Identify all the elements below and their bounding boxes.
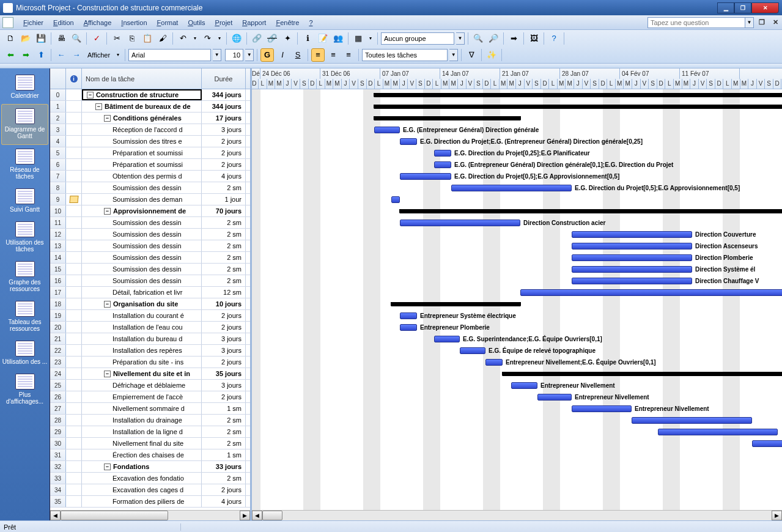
gantt-summary-bar[interactable] [374, 93, 782, 97]
align-center-button[interactable]: ≡ [326, 48, 340, 62]
link-tasks-icon[interactable]: 🔗 [250, 32, 264, 45]
task-name-cell[interactable]: Soumission des dessin [82, 264, 202, 275]
row-number[interactable]: 8 [50, 182, 66, 193]
task-duration-cell[interactable]: 2 sm [202, 182, 246, 193]
row-number[interactable]: 20 [50, 322, 66, 333]
row-number[interactable]: 34 [50, 484, 66, 495]
gantt-task-bar[interactable]: E.G. Direction du Projet[0,5];E.G Approv… [451, 185, 572, 191]
row-number[interactable]: 28 [50, 415, 66, 426]
restore-window-icon[interactable]: ❐ [758, 18, 766, 27]
task-name-cell[interactable]: Érection des chaises de [82, 449, 202, 460]
collapse-icon[interactable]: − [104, 115, 111, 122]
gantt-chart-area[interactable]: E.G. (Entrepreneur Général) Direction gé… [252, 89, 782, 510]
task-name-cell[interactable]: Défrichage et déblaieme [82, 380, 202, 391]
task-duration-cell[interactable]: 2 sm [202, 426, 246, 437]
menu-edition[interactable]: Edition [48, 17, 79, 28]
task-name-cell[interactable]: −Organisation du site [82, 298, 202, 309]
row-number[interactable]: 17 [50, 287, 66, 298]
link-icon[interactable]: 🌐 [230, 32, 243, 45]
print-preview-icon[interactable]: 🔍 [70, 32, 83, 45]
gantt-task-bar[interactable]: Direction Construction acier [400, 220, 520, 226]
cut-icon[interactable]: ✂ [110, 32, 124, 45]
task-name-cell[interactable]: Réception de l'accord d [82, 124, 202, 135]
task-row[interactable]: 4Soumission des titres e2 jours [50, 136, 250, 147]
save-icon[interactable]: 💾 [34, 32, 48, 45]
row-number[interactable]: 5 [50, 147, 66, 158]
task-duration-cell[interactable]: 12 sm [202, 287, 246, 298]
gantt-task-bar[interactable]: Entrepreneur Nivellement;E.G. Équipe Ouv… [485, 359, 503, 366]
task-name-cell[interactable]: Installation des repères [82, 345, 202, 356]
task-name-cell[interactable]: Soumission des dessin [82, 252, 202, 263]
copy-icon[interactable]: ⎘ [125, 32, 139, 45]
outdent-icon[interactable]: ← [54, 48, 68, 62]
task-name-cell[interactable]: Soumission des dessin [82, 240, 202, 251]
task-duration-cell[interactable]: 2 sm [202, 264, 246, 275]
close-button[interactable]: ✕ [751, 2, 779, 13]
help-search-dropdown[interactable]: ▼ [745, 17, 754, 28]
print-icon[interactable]: 🖶 [54, 32, 68, 45]
task-duration-cell[interactable]: 2 jours [202, 159, 246, 170]
task-name-cell[interactable]: −Construction de structure [82, 89, 202, 100]
italic-button[interactable]: I [276, 48, 289, 62]
task-duration-cell[interactable]: 344 jours [202, 101, 246, 112]
task-row[interactable]: 25Défrichage et déblaieme3 jours [50, 380, 250, 391]
task-duration-cell[interactable]: 70 jours [202, 205, 246, 216]
task-duration-cell[interactable]: 1 jour [202, 194, 246, 205]
row-number[interactable]: 23 [50, 357, 66, 368]
row-number[interactable]: 18 [50, 298, 66, 309]
task-row[interactable]: 8Soumission des dessin2 sm [50, 182, 250, 194]
task-duration-cell[interactable]: 4 jours [202, 496, 246, 507]
task-duration-cell[interactable]: 2 sm [202, 473, 246, 484]
format-painter-icon[interactable]: 🖌 [156, 32, 169, 45]
task-duration-cell[interactable]: 2 sm [202, 229, 246, 240]
task-row[interactable]: 17Détail, fabrication et livr12 sm [50, 287, 250, 298]
menu-rapport[interactable]: Rapport [237, 17, 271, 28]
indent-icon[interactable]: → [70, 48, 83, 62]
row-number[interactable]: 26 [50, 391, 66, 402]
task-duration-cell[interactable]: 2 sm [202, 438, 246, 449]
publish-dropdown[interactable]: ▾ [367, 32, 374, 45]
underline-button[interactable]: S [291, 48, 304, 62]
row-number[interactable]: 19 [50, 310, 66, 321]
task-duration-cell[interactable]: 2 jours [202, 147, 246, 158]
menu-fenêtre[interactable]: Fenêtre [271, 17, 304, 28]
row-number[interactable]: 3 [50, 124, 66, 135]
task-row[interactable]: 19Installation du courant é2 jours [50, 310, 250, 322]
task-row[interactable]: 30Nivellement final du site2 sm [50, 438, 250, 449]
gantt-task-bar[interactable]: Direction Système él [572, 266, 692, 273]
task-row[interactable]: 10−Approvisionnement de70 jours [50, 205, 250, 217]
task-name-cell[interactable]: Installation de l'eau cou [82, 322, 202, 333]
filter-combo[interactable]: Toutes les tâches [362, 49, 448, 61]
menu-outils[interactable]: Outils [183, 17, 210, 28]
task-duration-cell[interactable]: 2 sm [202, 217, 246, 228]
viewbar-suivi[interactable]: Suivi Gantt [0, 185, 50, 218]
help-search-input[interactable] [647, 17, 745, 28]
task-name-cell[interactable]: −Conditions générales [82, 113, 202, 124]
row-number[interactable]: 21 [50, 333, 66, 344]
menu-insertion[interactable]: Insertion [116, 17, 152, 28]
task-row[interactable]: 23Préparation du site - ins2 jours [50, 357, 250, 368]
task-row[interactable]: 11Soumission des dessin2 sm [50, 217, 250, 229]
gantt-task-bar[interactable]: E.G. (Entrepreneur Général) Direction gé… [374, 127, 400, 133]
task-name-cell[interactable]: Soumission des deman [82, 194, 202, 205]
viewbar-util-taches[interactable]: Utilisation des tâches [0, 218, 50, 257]
gantt-summary-bar[interactable] [374, 116, 520, 120]
gantt-task-bar[interactable]: E.G. Direction du Projet;E.G. (Entrepren… [400, 138, 417, 145]
viewbar-tableau-res[interactable]: Tableau des ressources [0, 297, 50, 337]
task-duration-cell[interactable]: 3 jours [202, 333, 246, 344]
task-duration-cell[interactable]: 2 sm [202, 252, 246, 263]
task-duration-cell[interactable]: 2 sm [202, 240, 246, 251]
task-name-cell[interactable]: Nivellement sommaire d [82, 403, 202, 414]
group-by-combo[interactable]: Aucun groupe [381, 32, 454, 45]
collapse-icon[interactable]: − [95, 103, 102, 110]
row-header-corner[interactable] [50, 68, 66, 89]
gantt-task-bar[interactable]: Direction Chauffage V [572, 278, 692, 284]
task-name-cell[interactable]: Installation du drainage [82, 415, 202, 426]
gantt-task-bar[interactable]: Entrepreneur Nivellement [572, 405, 632, 412]
row-number[interactable]: 14 [50, 252, 66, 263]
task-row[interactable]: 27Nivellement sommaire d1 sm [50, 403, 250, 415]
zoom-in-icon[interactable]: 🔍 [471, 32, 485, 45]
task-row[interactable]: 31Érection des chaises de1 sm [50, 449, 250, 461]
publish-icon[interactable]: ▦ [352, 32, 365, 45]
goto-task-icon[interactable]: ➡ [507, 32, 520, 45]
